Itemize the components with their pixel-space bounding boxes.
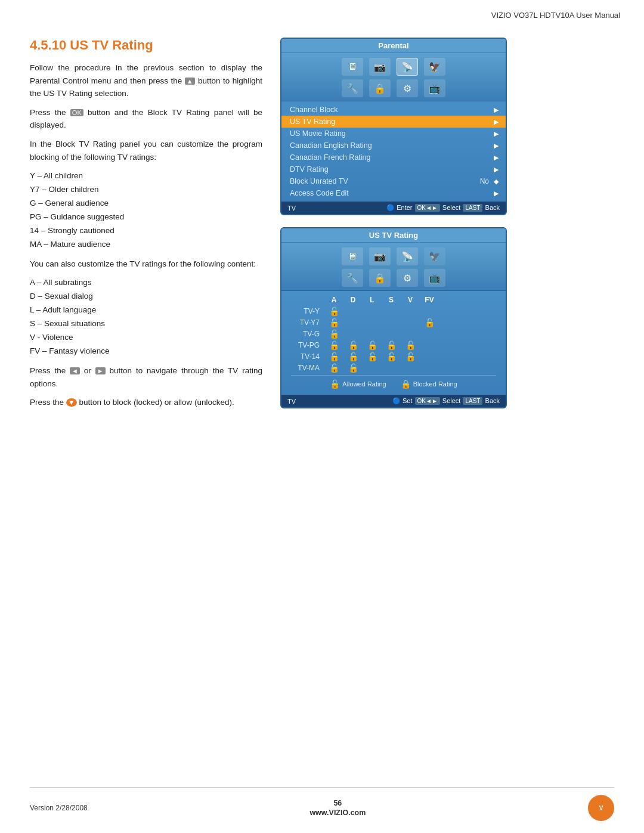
block-text: Press the ▼ button to block (locked) or … [30,396,262,409]
footer-controls: 🔵 Enter OK◄► Select LAST Back [386,204,500,212]
menu-block-unrated[interactable]: Block Unrated TV No ◆ [281,175,506,187]
footer-tv-label: TV [287,205,296,212]
subratings-list: A – All subratings D – Sexual dialog L –… [30,276,262,358]
rating-icon-bird: 🦅 [424,247,445,265]
col-a: A [324,296,343,304]
section-title: 4.5.10 US TV Rating [30,38,262,53]
rating-row-tvy: TV-Y 🔓 🔒 🔒 🔒 🔒 🔒 [291,306,496,316]
rating-icon-sat: 📡 [397,247,418,265]
parental-icon-r4: 📺 [424,79,445,97]
rating-row-tvg: TV-G 🔓 🔒 🔒 🔒 🔒 🔒 [291,329,496,339]
menu-canadian-english[interactable]: Canadian English Rating ▶ [281,140,506,151]
lock-tvma-d: 🔓 [348,363,358,373]
page-footer: Version 2/28/2008 56 www.VIZIO.com V [0,781,644,833]
page-number: 56 [333,799,342,807]
rating-icon-r4: 📺 [424,269,445,287]
rating-panel-title: US TV Rating [281,228,506,243]
parental-menu-list: Channel Block ▶ US TV Rating ▶ US Movie … [281,101,506,202]
parental-icon-r2: 🔒 [369,79,391,97]
main-content: 4.5.10 US TV Rating Follow the procedure… [0,20,644,415]
rating-panel: US TV Rating 🖥 📷 📡 🦅 🔧 🔒 ⚙ 📺 A D [280,227,507,408]
rating-legend: 🔓 Allowed Rating 🔒 Blocked Rating [291,375,496,390]
col-v: V [401,296,420,304]
parental-icon-bird: 🦅 [424,58,445,76]
section-number: 4.5.10 [30,38,70,52]
rating-grid: A D L S V FV TV-Y 🔓 🔒 🔒 🔒 🔒 🔒 [281,291,506,395]
parental-panel-footer: TV 🔵 Enter OK◄► Select LAST Back [281,202,506,214]
lock-tv14-s: 🔓 [386,352,397,361]
paragraph-2: Press the OK button and the Block TV Rat… [30,106,262,132]
parental-icon-tv: 🖥 [342,58,363,76]
rating-item-ma: MA – Mature audience [30,238,262,252]
rating-header-row: A D L S V FV [324,296,496,304]
legend-allowed-label: Allowed Rating [342,380,386,388]
rating-footer-tv: TV [287,398,296,405]
lock-tvpg-d: 🔓 [348,340,358,350]
lock-tvpg-v: 🔓 [405,340,416,350]
parental-icon-sat: 📡 [397,58,418,76]
footer-row: Version 2/28/2008 56 www.VIZIO.com V [0,795,644,821]
col-s: S [382,296,401,304]
lock-tv14-v: 🔓 [405,352,416,361]
right-column: Parental 🖥 📷 📡 🦅 🔧 🔒 ⚙ 📺 Channel Block ▶ [280,38,620,415]
rating-icons-row1: 🖥 📷 📡 🦅 [281,243,506,268]
vizio-logo-text: V [599,805,603,812]
footer-center: 56 www.VIZIO.com [309,799,366,817]
menu-channel-block[interactable]: Channel Block ▶ [281,104,506,116]
rating-item-g: G – General audience [30,197,262,210]
parental-icons-row2: 🔧 🔒 ⚙ 📺 [281,78,506,101]
menu-canadian-french[interactable]: Canadian French Rating ▶ [281,151,506,163]
rating-row-tvy7: TV-Y7 🔓 🔒 🔒 🔒 🔒 🔓 [291,318,496,327]
subrating-d: D – Sexual dialog [30,290,262,304]
rating-item-14: 14 – Strongly cautioned [30,224,262,238]
rating-row-tv14: TV-14 🔓 🔓 🔓 🔓 🔓 🔒 [291,352,496,361]
rating-row-tvpg: TV-PG 🔓 🔓 🔓 🔓 🔓 🔒 [291,340,496,350]
col-fv: FV [420,296,439,304]
lock-tvg-a: 🔓 [329,329,339,339]
menu-us-movie-rating[interactable]: US Movie Rating ▶ [281,128,506,140]
rating-item-pg: PG – Guidance suggested [30,210,262,224]
col-d: D [343,296,363,304]
subrating-s: S – Sexual situations [30,317,262,331]
rating-icons-row2: 🔧 🔒 ⚙ 📺 [281,268,506,291]
col-l: L [363,296,382,304]
menu-access-code[interactable]: Access Code Edit ▶ [281,187,506,199]
rating-icon-tv: 🖥 [342,247,363,265]
subrating-fv: FV – Fantasy violence [30,345,262,358]
subrating-a: A – All subratings [30,276,262,290]
lock-tvpg-s: 🔓 [386,340,397,350]
parental-panel-title: Parental [281,39,506,53]
rating-item-y7: Y7 – Older children [30,183,262,197]
menu-dtv-rating[interactable]: DTV Rating ▶ [281,163,506,175]
legend-blocked-icon: 🔒 [401,379,411,389]
lock-tvy-a: 🔓 [329,306,339,316]
subrating-v: V - Violence [30,331,262,345]
ratings-list: Y – All children Y7 – Older children G –… [30,169,262,252]
manual-title: VIZIO VO37L HDTV10A User Manual [491,11,620,20]
separator [30,787,614,788]
menu-us-tv-rating[interactable]: US TV Rating ▶ [281,116,506,128]
page-header: VIZIO VO37L HDTV10A User Manual [0,0,644,20]
left-column: 4.5.10 US TV Rating Follow the procedure… [30,38,262,415]
subratings-intro: You can also customize the TV ratings fo… [30,258,262,271]
parental-panel: Parental 🖥 📷 📡 🦅 🔧 🔒 ⚙ 📺 Channel Block ▶ [280,38,507,215]
vizio-logo: V [588,795,614,821]
rating-row-tvma: TV-MA 🔓 🔓 🔒 🔒 🔒 🔒 [291,363,496,373]
subrating-l: L – Adult language [30,304,262,317]
lock-tvpg-a: 🔓 [329,340,339,350]
legend-allowed-icon: 🔓 [330,379,340,389]
rating-icon-r2: 🔒 [369,269,391,287]
website-url: www.VIZIO.com [309,809,366,817]
rating-icon-r3: ⚙ [397,269,418,287]
parental-icons-row1: 🖥 📷 📡 🦅 [281,53,506,78]
lock-tv14-a: 🔓 [329,352,339,361]
legend-allowed: 🔓 Allowed Rating [330,379,386,389]
rating-icon-cam: 📷 [369,247,391,265]
lock-tvy7-fv: 🔓 [425,318,435,327]
parental-icon-r3: ⚙ [397,79,418,97]
rating-footer-controls: 🔵 Set OK◄► Select LAST Back [392,397,500,405]
lock-tvma-a: 🔓 [329,363,339,373]
rating-icon-r1: 🔧 [342,269,363,287]
lock-tv14-l: 🔓 [367,352,377,361]
paragraph-1: Follow the procedure in the previous sec… [30,61,262,100]
